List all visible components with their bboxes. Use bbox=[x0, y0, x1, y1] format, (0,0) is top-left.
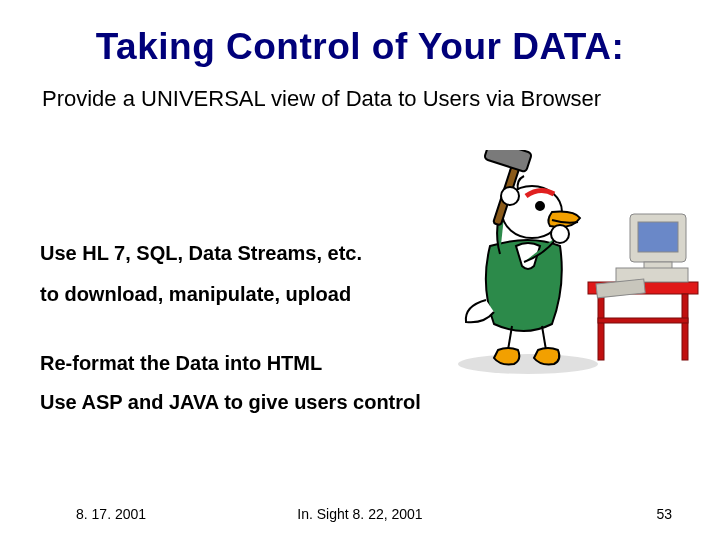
svg-point-15 bbox=[551, 225, 569, 243]
footer-page-number: 53 bbox=[656, 506, 672, 522]
svg-rect-2 bbox=[682, 294, 688, 360]
slide-title: Taking Control of Your DATA: bbox=[0, 0, 720, 68]
bullet-4: Use ASP and JAVA to give users control bbox=[40, 391, 720, 414]
svg-rect-7 bbox=[616, 268, 688, 282]
svg-point-11 bbox=[536, 202, 544, 210]
footer-center: In. Sight 8. 22, 2001 bbox=[0, 506, 720, 522]
svg-rect-5 bbox=[638, 222, 678, 252]
svg-rect-1 bbox=[598, 294, 604, 360]
svg-point-9 bbox=[458, 354, 598, 374]
svg-rect-13 bbox=[484, 150, 532, 172]
svg-point-14 bbox=[501, 187, 519, 205]
svg-rect-3 bbox=[598, 318, 688, 323]
duck-smashing-computer-clipart bbox=[420, 150, 700, 380]
slide: Taking Control of Your DATA: Provide a U… bbox=[0, 0, 720, 540]
slide-subtitle: Provide a UNIVERSAL view of Data to User… bbox=[42, 86, 720, 112]
